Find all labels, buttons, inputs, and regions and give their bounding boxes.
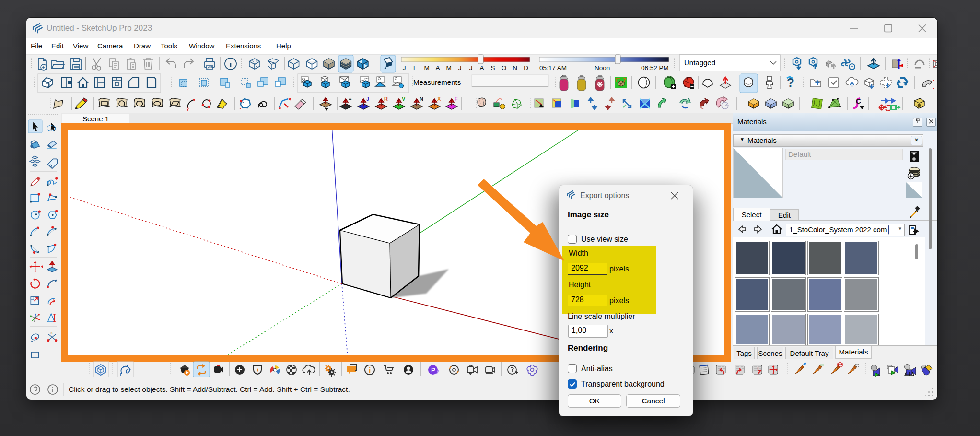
svg-text:Noon: Noon: [595, 64, 610, 71]
svg-text:J: J: [366, 96, 369, 102]
svg-text:V: V: [402, 96, 406, 102]
svg-text:C: C: [856, 97, 861, 105]
svg-text:J: J: [458, 64, 462, 71]
svg-text:N: N: [420, 96, 423, 102]
svg-text:F: F: [455, 96, 458, 102]
svg-text:06:52 PM: 06:52 PM: [641, 64, 669, 71]
svg-text:X: X: [437, 96, 441, 102]
svg-text:Measurements: Measurements: [413, 78, 461, 86]
svg-text:3: 3: [50, 331, 53, 335]
svg-text:A: A: [435, 64, 440, 71]
svg-text:F: F: [413, 64, 417, 71]
svg-text:R: R: [384, 96, 388, 102]
svg-text:Untagged: Untagged: [684, 59, 715, 67]
svg-text:D: D: [524, 64, 528, 71]
svg-text:M: M: [446, 64, 451, 71]
svg-text:P: P: [431, 366, 435, 374]
svg-text:M: M: [424, 64, 429, 71]
svg-text:A: A: [479, 64, 484, 71]
svg-text:S: S: [490, 64, 495, 71]
svg-text:J: J: [403, 64, 406, 71]
svg-text:N: N: [513, 64, 517, 71]
svg-text:=: =: [349, 96, 351, 102]
svg-text:J: J: [469, 64, 473, 71]
svg-text:05:17 AM: 05:17 AM: [539, 64, 567, 71]
svg-text:O: O: [502, 64, 507, 71]
